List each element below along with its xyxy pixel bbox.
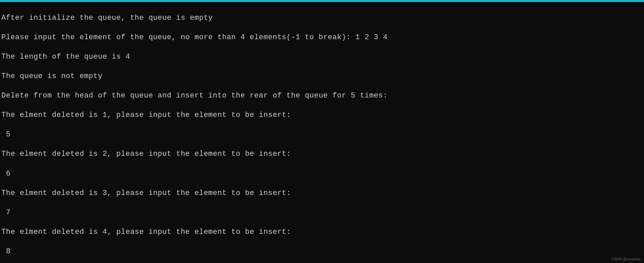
output-line: The queue is not empty — [1, 71, 643, 81]
output-line: After initialize the queue, the queue is… — [1, 13, 643, 23]
output-line: The elment deleted is 2, please input th… — [1, 149, 643, 159]
output-line: Delete from the head of the queue and in… — [1, 91, 643, 101]
output-line: Please input the element of the queue, n… — [1, 32, 643, 42]
output-line: 6 — [1, 169, 643, 179]
output-line: The length of the queue is 4 — [1, 52, 643, 62]
watermark-text: CSDN @moyebai — [611, 257, 641, 261]
output-line: The elment deleted is 4, please input th… — [1, 227, 643, 237]
output-line: 7 — [1, 208, 643, 217]
output-line: The elment deleted is 1, please input th… — [1, 110, 643, 120]
terminal-output[interactable]: After initialize the queue, the queue is… — [0, 2, 644, 263]
output-line: The elment deleted is 3, please input th… — [1, 188, 643, 198]
output-line: 5 — [1, 130, 643, 139]
output-line: 8 — [1, 247, 643, 256]
